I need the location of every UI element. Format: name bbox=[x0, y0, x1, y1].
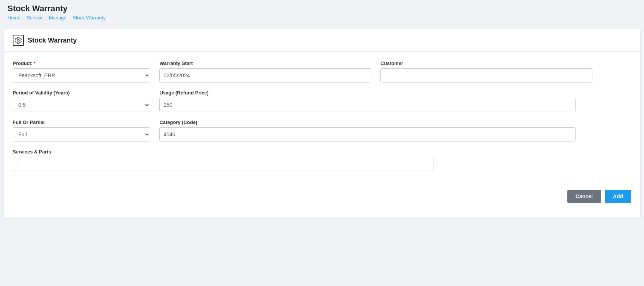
top-header: Stock Warranty Home - Service - Manage -… bbox=[0, 0, 644, 23]
breadcrumb-sep-1: - bbox=[23, 15, 24, 21]
form-area: Product:* Peacksoft_ERP Option 2 Option … bbox=[4, 52, 640, 182]
product-select[interactable]: Peacksoft_ERP Option 2 Option 3 bbox=[13, 68, 150, 83]
customer-label: Customer bbox=[380, 60, 592, 66]
breadcrumb-sep-2: - bbox=[45, 15, 46, 21]
category-code-label: Category (Code) bbox=[159, 119, 576, 125]
form-row-4: Services & Parts bbox=[13, 149, 631, 171]
full-partial-label: Full Or Partial bbox=[13, 119, 150, 125]
breadcrumb: Home - Service - Manage - Stock Warranty bbox=[7, 15, 637, 21]
usage-refund-label: Usage (Refund Price) bbox=[159, 90, 576, 96]
form-row-3: Full Or Partial Full Partial Category (C… bbox=[13, 119, 631, 142]
services-parts-label: Services & Parts bbox=[13, 149, 433, 155]
period-validity-group: Period of Validity (Years) 0.5 1 2 3 bbox=[13, 90, 150, 112]
breadcrumb-home[interactable]: Home bbox=[7, 15, 21, 21]
usage-refund-input[interactable] bbox=[159, 98, 576, 112]
main-card: Stock Warranty Product:* Peacksoft_ERP O… bbox=[4, 29, 640, 218]
add-button[interactable]: Add bbox=[605, 190, 631, 203]
warranty-start-group: Warranty Start bbox=[159, 60, 371, 83]
page-title: Stock Warranty bbox=[7, 4, 637, 13]
product-label: Product:* bbox=[13, 60, 150, 66]
warranty-start-input[interactable] bbox=[159, 68, 371, 83]
product-required: * bbox=[33, 60, 35, 66]
period-validity-label: Period of Validity (Years) bbox=[13, 90, 150, 96]
full-partial-select[interactable]: Full Partial bbox=[13, 127, 150, 142]
full-partial-group: Full Or Partial Full Partial bbox=[13, 119, 150, 142]
services-parts-input[interactable] bbox=[13, 157, 433, 171]
card-header: Stock Warranty bbox=[4, 29, 640, 52]
breadcrumb-sep-3: - bbox=[69, 15, 70, 21]
services-parts-group: Services & Parts bbox=[13, 149, 433, 171]
period-validity-select[interactable]: 0.5 1 2 3 bbox=[13, 98, 150, 112]
usage-refund-group: Usage (Refund Price) bbox=[159, 90, 576, 112]
customer-input[interactable] bbox=[380, 68, 592, 83]
breadcrumb-stock-warranty[interactable]: Stock Warranty bbox=[73, 15, 105, 21]
gear-icon bbox=[13, 35, 24, 46]
breadcrumb-manage[interactable]: Manage bbox=[49, 15, 67, 21]
category-code-input[interactable] bbox=[159, 127, 576, 142]
breadcrumb-service[interactable]: Service bbox=[27, 15, 43, 21]
product-group: Product:* Peacksoft_ERP Option 2 Option … bbox=[13, 60, 150, 83]
cancel-button[interactable]: Cancel bbox=[567, 190, 601, 203]
category-code-group: Category (Code) bbox=[159, 119, 576, 142]
form-row-2: Period of Validity (Years) 0.5 1 2 3 Usa… bbox=[13, 90, 631, 112]
warranty-start-label: Warranty Start bbox=[159, 60, 371, 66]
card-title: Stock Warranty bbox=[28, 37, 77, 44]
form-row-1: Product:* Peacksoft_ERP Option 2 Option … bbox=[13, 60, 631, 83]
button-row: Cancel Add bbox=[4, 182, 640, 203]
customer-group: Customer bbox=[380, 60, 592, 83]
